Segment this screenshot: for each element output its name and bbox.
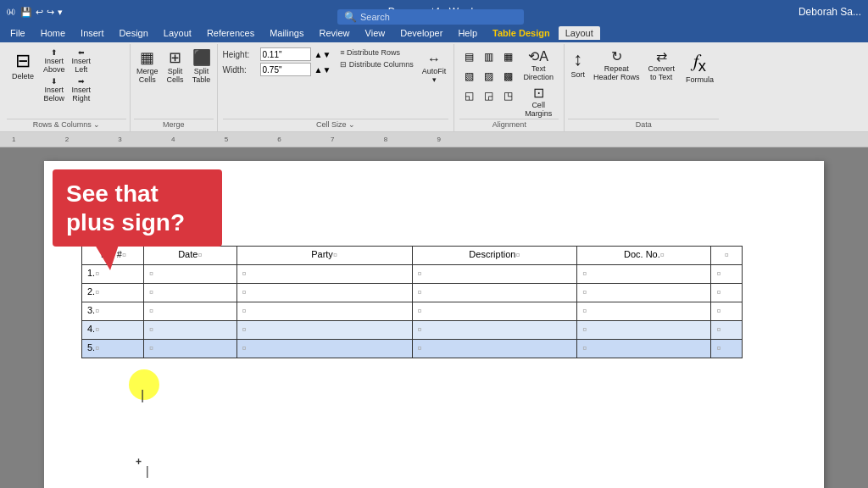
cell-size-inputs: Height: ▲▼ Width: ▲▼: [223, 47, 331, 76]
insert-below-button[interactable]: ⬇ Insert Below: [41, 76, 68, 103]
width-input[interactable]: [260, 63, 311, 76]
cell-2-desc[interactable]: ¤: [412, 284, 577, 302]
redo-icon[interactable]: ↪: [47, 7, 54, 18]
table-row-highlighted-5: 5.¤ ¤ ¤ ¤ ¤ ¤: [82, 340, 743, 358]
save-icon[interactable]: 💾: [20, 7, 32, 18]
align-top-left[interactable]: ▤: [459, 47, 478, 66]
header-date: Date¤: [144, 247, 237, 265]
align-top-right[interactable]: ▦: [498, 47, 517, 66]
cell-5-tab[interactable]: 5.¤: [82, 340, 144, 358]
cell-1-party[interactable]: ¤: [236, 265, 412, 284]
expand-icon[interactable]: ⌄: [93, 120, 100, 129]
menu-help[interactable]: Help: [451, 26, 484, 40]
formula-button[interactable]: 𝑓x Formula: [681, 47, 719, 86]
text-direction-cell-margins: ⟲A Text Direction ⊡ Cell Margins: [520, 47, 556, 119]
callout-text: See thatplus sign?: [66, 180, 185, 236]
height-input[interactable]: [260, 47, 311, 61]
autofit-button[interactable]: ↔ AutoFit ▾: [420, 51, 449, 85]
cell-2-party[interactable]: ¤: [236, 284, 412, 302]
cell-5-party[interactable]: ¤: [236, 340, 412, 358]
menu-developer[interactable]: Developer: [393, 26, 449, 40]
cell-margins-button[interactable]: ⊡ Cell Margins: [520, 84, 556, 119]
align-middle-right[interactable]: ▩: [498, 67, 517, 86]
cell-4-party[interactable]: ¤: [236, 321, 412, 340]
cell-4-desc[interactable]: ¤: [412, 321, 577, 340]
data-label: Data: [568, 119, 719, 130]
repeat-header-rows-button[interactable]: ↻ Repeat Header Rows: [591, 47, 643, 82]
convert-to-text-button[interactable]: ⇄ Convert to Text: [645, 47, 677, 82]
distribute-rows-button[interactable]: ≡ Distribute Rows: [337, 47, 416, 58]
sort-button[interactable]: ↕ Sort: [568, 47, 587, 80]
merge-cells-button[interactable]: ▦ Merge Cells: [134, 47, 161, 85]
cell-5-doc[interactable]: ¤: [577, 340, 711, 358]
search-input[interactable]: [360, 12, 513, 22]
cell-5-desc[interactable]: ¤: [412, 340, 577, 358]
document-table[interactable]: Tab #¤ Date¤ Party¤ Description¤ Doc. No…: [81, 246, 743, 358]
insert-left-icon: ⬅: [78, 48, 85, 57]
cell-4-tab[interactable]: 4.¤: [82, 321, 144, 340]
distribute-cols-button[interactable]: ⊟ Distribute Columns: [337, 59, 416, 69]
cell-3-tab[interactable]: 3.¤: [82, 302, 144, 321]
merge-group: ▦ Merge Cells ⊞ Split Cells ⬛ Split Tabl…: [131, 44, 218, 131]
align-bottom-left[interactable]: ◱: [459, 86, 478, 105]
align-top-center[interactable]: ▥: [479, 47, 498, 66]
width-label: Width:: [223, 65, 257, 75]
menu-review[interactable]: Review: [313, 26, 357, 40]
merge-label: Merge: [134, 119, 214, 130]
cell-2-doc[interactable]: ¤: [577, 284, 711, 302]
cell-5-extra[interactable]: ¤: [711, 340, 743, 358]
width-spinner[interactable]: ▲▼: [314, 65, 331, 75]
expand-cell-size-icon[interactable]: ⌄: [348, 120, 355, 129]
cell-2-date[interactable]: ¤: [144, 284, 237, 302]
repeat-icon: ↻: [611, 48, 622, 64]
cell-size-group: Height: ▲▼ Width: ▲▼ ≡ Distribute Rows ⊟…: [218, 44, 455, 131]
cell-4-doc[interactable]: ¤: [577, 321, 711, 340]
text-direction-button[interactable]: ⟲A Text Direction: [520, 47, 556, 82]
header-description: Description¤: [412, 247, 577, 265]
cell-3-date[interactable]: ¤: [144, 302, 237, 321]
cell-3-extra[interactable]: ¤: [711, 302, 743, 321]
menu-design[interactable]: Design: [113, 26, 155, 40]
title-bar-left: 🄦 💾 ↩ ↪ ▾: [7, 7, 63, 18]
cell-2-extra[interactable]: ¤: [711, 284, 743, 302]
menu-file[interactable]: File: [3, 26, 32, 40]
menu-view[interactable]: View: [359, 26, 392, 40]
menu-home[interactable]: Home: [34, 26, 72, 40]
menu-layout-main[interactable]: Layout: [157, 26, 198, 40]
cell-1-desc[interactable]: ¤: [412, 265, 577, 284]
cell-4-date[interactable]: ¤: [144, 321, 237, 340]
split-cells-button[interactable]: ⊞ Split Cells: [164, 47, 186, 85]
align-bottom-center[interactable]: ◲: [479, 86, 498, 105]
cell-2-tab[interactable]: 2.¤: [82, 284, 144, 302]
menu-references[interactable]: References: [200, 26, 261, 40]
insert-right-button[interactable]: ➡ Insert Right: [70, 76, 94, 103]
undo-icon[interactable]: ↩: [36, 7, 43, 18]
ruler: 1 2 3 4 5 6 7 8 9: [0, 132, 868, 147]
cell-5-date[interactable]: ¤: [144, 340, 237, 358]
cell-margins-icon: ⊡: [533, 85, 544, 101]
align-middle-left[interactable]: ▧: [459, 67, 478, 86]
menu-mailings[interactable]: Mailings: [263, 26, 310, 40]
align-bottom-right[interactable]: ◳: [498, 86, 517, 105]
menu-table-design[interactable]: Table Design: [486, 26, 557, 40]
insert-below-icon: ⬇: [51, 77, 58, 86]
height-spinner[interactable]: ▲▼: [314, 50, 331, 59]
cell-3-desc[interactable]: ¤: [412, 302, 577, 321]
cell-4-extra[interactable]: ¤: [711, 321, 743, 340]
text-cursor: |: [146, 464, 149, 478]
split-table-button[interactable]: ⬛ Split Table: [190, 47, 214, 85]
menu-layout-table[interactable]: Layout: [559, 26, 600, 40]
delete-button[interactable]: ⊟ Delete: [7, 47, 39, 83]
search-bar[interactable]: 🔍: [337, 9, 524, 25]
cell-3-party[interactable]: ¤: [236, 302, 412, 321]
cell-1-doc[interactable]: ¤: [577, 265, 711, 284]
menu-insert[interactable]: Insert: [74, 26, 111, 40]
insert-above-button[interactable]: ⬆ Insert Above: [41, 47, 68, 75]
cell-1-date[interactable]: ¤: [144, 265, 237, 284]
title-bar: 🄦 💾 ↩ ↪ ▾ Document4 - Word 🔍 Deborah Sa.…: [0, 0, 868, 24]
insert-left-button[interactable]: ⬅ Insert Left: [70, 47, 94, 75]
cell-1-extra[interactable]: ¤: [711, 265, 743, 284]
align-middle-center[interactable]: ▨: [479, 67, 498, 86]
document-page: See thatplus sign? | Tab #¤ Date¤ Party¤…: [44, 161, 824, 488]
cell-3-doc[interactable]: ¤: [577, 302, 711, 321]
